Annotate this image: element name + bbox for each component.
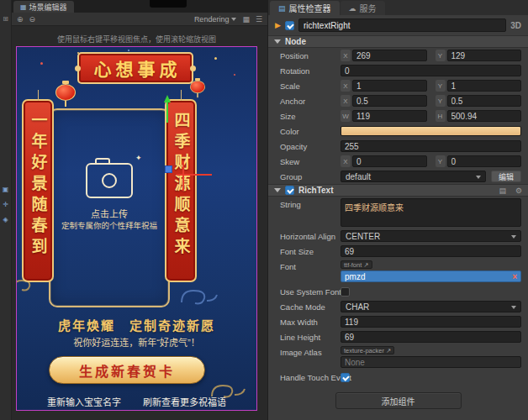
opacity-row: Opacity [280, 140, 521, 152]
node-name-input[interactable] [298, 18, 506, 32]
component-menu-icon[interactable]: ▤ [499, 186, 506, 195]
gear-icon[interactable]: ⚙ [515, 186, 522, 195]
scene-canvas[interactable]: 使用鼠标右键平移视图焦点，使用滚轮缩放视图 心想事成 [12, 26, 267, 420]
confetti-dot [40, 62, 43, 65]
cache-mode-select[interactable]: CHAR [341, 301, 521, 312]
scale-x-input[interactable] [352, 80, 427, 92]
gizmo-y-axis-arrow[interactable] [166, 99, 168, 123]
scale-row: Scale X Y [280, 80, 521, 92]
external-link-icon[interactable]: ↗ [386, 347, 391, 354]
group-select[interactable]: default [341, 171, 486, 182]
services-tab-label: 服务 [360, 2, 377, 14]
y-prefix: Y [436, 95, 446, 107]
grid-tool-icon[interactable]: ⊞ [3, 13, 8, 24]
scale-y-input[interactable] [447, 80, 522, 92]
newyear-card[interactable]: 心想事成 ✦ 点击上传 定制专属你的个性拜年祝福 一年好景随春到 四季财源顺意来 [17, 47, 256, 410]
rendering-dropdown[interactable]: Rendering [194, 15, 237, 24]
font-size-input[interactable] [341, 245, 521, 257]
gizmo-node-handle[interactable] [165, 165, 172, 173]
line-height-row: Line Height [280, 331, 521, 343]
group-edit-button[interactable]: 编辑 [491, 171, 521, 182]
tab-services[interactable]: ☁ 服务 [341, 1, 385, 15]
tab-scene-editor[interactable]: ▦ 场景编辑器 [13, 1, 74, 13]
mode-3d-label[interactable]: 3D [510, 21, 521, 30]
position-x-input[interactable] [352, 50, 427, 61]
camera-upload-icon[interactable] [86, 163, 133, 198]
zoom-out-icon[interactable]: ⊖ [29, 15, 36, 24]
sparkle-icon: ✦ [135, 154, 142, 162]
image-atlas-label: Image Atlas [280, 348, 341, 357]
clear-icon[interactable]: × [512, 272, 517, 281]
font-label: Font [280, 262, 341, 271]
gizmo-anchor-vline [182, 161, 184, 191]
opacity-input[interactable] [341, 140, 521, 152]
right-couplet-text: 四季财源顺意来 [170, 112, 193, 259]
use-system-font-checkbox[interactable] [341, 287, 350, 297]
handle-touch-event-checkbox[interactable] [341, 373, 350, 382]
anchor-x-input[interactable] [352, 95, 427, 107]
inspector-tabbar: ▤ 属性检查器 ☁ 服务 [268, 0, 528, 15]
position-y-input[interactable] [447, 50, 522, 61]
skew-row: Skew X Y [280, 155, 521, 167]
line-height-input[interactable] [341, 331, 521, 343]
gizmo-anchor-hline [177, 174, 212, 176]
tab-property-inspector[interactable]: ▤ 属性检查器 [270, 1, 340, 15]
reenter-name-link[interactable]: 重新输入宝宝名字 [47, 395, 121, 408]
external-link-icon[interactable]: ↗ [363, 261, 368, 269]
stats-grid-icon[interactable]: ▦ [242, 15, 250, 24]
richtext-section-header[interactable]: RichText ▤ ⚙ [268, 184, 528, 197]
move-tool-icon[interactable]: ✛ [3, 199, 8, 210]
zoom-in-icon[interactable]: ⊕ [17, 15, 24, 24]
card-subtitle: 祝你好运连连，新年“好虎气”！ [17, 335, 256, 349]
rendering-label: Rendering [194, 15, 230, 24]
color-label: Color [280, 127, 341, 136]
skew-x-input[interactable] [352, 155, 427, 167]
handle-touch-event-label: Handle Touch Event [280, 373, 341, 382]
size-row: Size W H [280, 110, 521, 122]
font-size-row: Font Size [280, 245, 521, 257]
node-arrow-icon: ▶ [275, 21, 281, 29]
max-width-input[interactable] [341, 316, 521, 328]
properties-tab-icon: ▤ [278, 4, 286, 13]
anchor-tool-icon[interactable]: ◈ [3, 214, 8, 225]
skew-y-input[interactable] [447, 155, 522, 167]
topbar-button[interactable] [150, 0, 187, 8]
add-component-button[interactable]: 添加组件 [335, 392, 462, 409]
anchor-label: Anchor [280, 97, 341, 106]
size-h-input[interactable] [447, 110, 522, 122]
cache-mode-label: Cache Mode [280, 302, 341, 312]
image-atlas-field[interactable]: None [341, 356, 521, 368]
properties-tab-label: 属性检查器 [289, 2, 331, 14]
color-field[interactable] [341, 126, 521, 136]
right-couplet-scroll[interactable]: 四季财源顺意来 [165, 99, 197, 282]
x-prefix: X [341, 95, 351, 107]
string-textarea[interactable]: 四季财源顺意来 [341, 198, 521, 227]
layers-list-icon[interactable]: ☰ [256, 15, 262, 24]
node-header: ▶ 3D [268, 15, 528, 35]
color-row: Color [280, 125, 521, 137]
refresh-blessing-link[interactable]: 刷新查看更多祝福语 [143, 395, 226, 408]
generate-card-button[interactable]: 生成新春贺卡 [49, 356, 205, 384]
confetti-dot [234, 74, 235, 76]
size-w-input[interactable] [352, 110, 427, 122]
richtext-enabled-checkbox[interactable] [285, 186, 294, 195]
horizontal-align-select[interactable]: CENTER [341, 230, 521, 242]
collapse-arrow-icon [274, 39, 281, 47]
font-row: Font ttf-font ↗ pmzd × [280, 260, 521, 282]
size-label: Size [280, 112, 341, 121]
upload-caption-line1: 点击上传 [49, 207, 170, 220]
confetti-dot [214, 57, 217, 60]
string-label: String [280, 200, 341, 209]
node-active-checkbox[interactable] [285, 21, 294, 30]
font-asset-field[interactable]: pmzd × [341, 270, 521, 282]
handle-touch-event-row: Handle Touch Event [280, 371, 521, 383]
rotation-label: Rotation [280, 66, 341, 76]
anchor-y-input[interactable] [447, 95, 522, 107]
node-section-header[interactable]: Node [268, 35, 528, 48]
y-prefix: Y [436, 50, 446, 61]
node-section-title: Node [285, 37, 306, 46]
rotation-input[interactable] [341, 65, 521, 76]
horizontal-align-row: Horizontal Align CENTER [280, 230, 521, 242]
scene-editor-panel: ▦ 场景编辑器 ⊕ ⊖ Rendering ▦ ☰ 使用鼠标右键平移视图焦点，使… [12, 0, 267, 420]
rect-tool-icon[interactable]: ▣ [3, 184, 9, 195]
